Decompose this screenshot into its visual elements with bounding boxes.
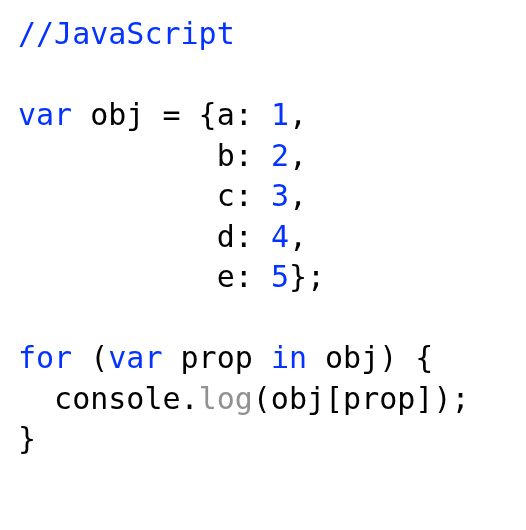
code-text: obj) { — [307, 340, 433, 375]
kw-for: for — [18, 340, 72, 375]
code-snippet: //JavaScript var obj = {a: 1, b: 2, c: 3… — [0, 0, 526, 474]
code-text: prop — [163, 340, 271, 375]
code-text: , — [289, 178, 307, 213]
code-text: , — [289, 138, 307, 173]
num-literal: 2 — [271, 138, 289, 173]
code-text: b: — [18, 138, 271, 173]
num-literal: 3 — [271, 178, 289, 213]
kw-var: var — [18, 97, 72, 132]
num-literal: 1 — [271, 97, 289, 132]
num-literal: 5 — [271, 259, 289, 294]
method-log: log — [199, 381, 253, 416]
code-comment: //JavaScript — [18, 16, 235, 51]
code-text: , — [289, 219, 307, 254]
code-text: obj = {a: — [72, 97, 271, 132]
code-text: }; — [289, 259, 325, 294]
code-text: c: — [18, 178, 271, 213]
kw-in: in — [271, 340, 307, 375]
code-text: (obj[prop]); — [253, 381, 470, 416]
num-literal: 4 — [271, 219, 289, 254]
code-text: ( — [72, 340, 108, 375]
code-text: } — [18, 421, 36, 456]
code-text: e: — [18, 259, 271, 294]
code-text: console. — [18, 381, 199, 416]
code-text: , — [289, 97, 307, 132]
kw-var: var — [108, 340, 162, 375]
code-text: d: — [18, 219, 271, 254]
